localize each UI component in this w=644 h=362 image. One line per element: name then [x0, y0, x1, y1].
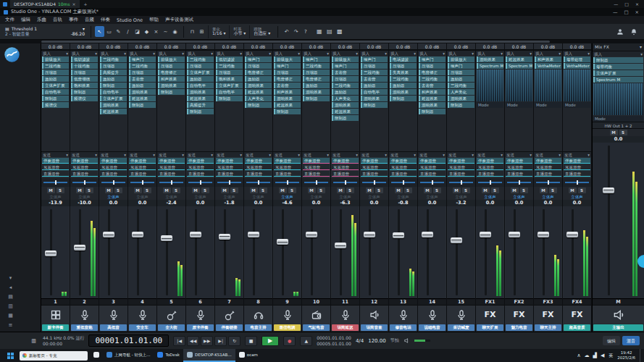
insert-slot[interactable]: 混响效果 — [100, 102, 127, 108]
channel-fader[interactable] — [506, 206, 532, 298]
insert-slot[interactable]: 压缩器 — [42, 70, 69, 75]
insert-slot[interactable]: 压缩器 — [303, 70, 330, 75]
channel-name-label[interactable]: 伴奏链接 — [216, 324, 243, 331]
cue-send-slot[interactable]: 直播混音 — [129, 171, 156, 177]
send-slot[interactable]: 伴奏混音 — [419, 158, 446, 164]
mixer-channel-strip[interactable]: 0.0 dB插入▾三段均衡压缩器立体声扩展激励器自动电平混响效果延迟效果高频提升… — [186, 43, 215, 332]
channel-fader[interactable] — [129, 206, 156, 298]
cue-send-slot[interactable]: 直播混音 — [71, 171, 98, 177]
pan-slider[interactable] — [128, 178, 156, 187]
cue-send-slot[interactable]: 直播混音 — [564, 171, 590, 177]
channel-fader[interactable] — [535, 206, 561, 298]
mute-button[interactable]: M — [482, 188, 490, 193]
tempo-value[interactable]: 120.00 — [368, 338, 386, 344]
loop-start-time[interactable]: 00001.01.01.00 — [317, 335, 351, 341]
toolbar-dropdown[interactable]: 量化1/16 ▾ — [208, 25, 229, 38]
sends-header[interactable]: 发送▾ — [360, 151, 388, 157]
toolbar-dropdown[interactable]: 时基小节 ▾ — [229, 25, 249, 38]
bend-tool[interactable]: ~ — [161, 26, 170, 37]
pan-slider[interactable] — [476, 178, 504, 187]
master-channel-icon[interactable] — [593, 305, 644, 324]
insert-slot[interactable]: 三段均衡 — [419, 76, 446, 82]
sends-header[interactable]: 发送▾ — [447, 151, 475, 157]
send-slot[interactable]: 伴奏混音 — [71, 158, 98, 164]
insert-slot[interactable]: 高频提升 — [100, 70, 127, 75]
pan-slider[interactable] — [563, 178, 591, 187]
insert-slot[interactable]: 延迟效果 — [187, 96, 214, 101]
channel-icon[interactable]: FX — [534, 305, 562, 324]
insert-slot[interactable]: 延迟效果 — [506, 56, 532, 62]
pan-handle[interactable] — [84, 180, 85, 185]
send-slot[interactable]: 伴奏混音 — [535, 158, 561, 164]
new-tab-button[interactable]: + — [84, 1, 88, 7]
insert-slot[interactable]: 压缩器 — [187, 63, 214, 69]
insert-slot[interactable]: 去齿音 — [129, 76, 156, 82]
pan-handle[interactable] — [461, 180, 462, 185]
mute-button[interactable]: M — [569, 188, 577, 193]
insert-slot[interactable]: 前级放大 — [158, 56, 185, 62]
cue-send-slot[interactable]: 耳返混音 — [390, 164, 417, 170]
insert-slot[interactable]: 激励器 — [390, 83, 417, 88]
channel-name-label[interactable]: 气缸电音 — [303, 324, 330, 331]
mixer-channel-strip[interactable]: 0.0 dB插入▾和声效果VethaMeterMode发送▾伴奏混音耳返混音直播… — [534, 43, 563, 332]
menu-item[interactable]: 声卡设备测试 — [165, 17, 193, 23]
send-slot[interactable]: 伴奏混音 — [129, 158, 156, 164]
insert-slot[interactable]: 限制器 — [100, 83, 127, 88]
insert-slot[interactable]: 限制器 — [245, 102, 272, 108]
stop-button[interactable]: ■ — [245, 336, 257, 346]
scrollbar-thumb[interactable] — [41, 41, 550, 43]
channel-name-label[interactable]: 聊天扩展 — [477, 324, 503, 331]
insert-slot[interactable]: 限制器 — [216, 96, 243, 101]
console-view-icon[interactable]: ▦ — [314, 26, 324, 37]
eraser-tool[interactable]: ◪ — [133, 26, 142, 37]
insert-slot[interactable]: 三段均衡 — [129, 63, 156, 69]
user-profile-icon[interactable] — [615, 26, 624, 37]
insert-slot[interactable]: 立体声扩展 — [216, 83, 243, 88]
cue-send-slot[interactable]: 耳返混音 — [158, 164, 185, 170]
insert-slot[interactable]: Spectrum M — [477, 63, 503, 69]
header-caret-icon[interactable]: ▾ — [559, 51, 561, 56]
insert-slot[interactable]: 自动电平 — [361, 89, 388, 95]
cue-send-slot[interactable]: 耳返混音 — [332, 164, 359, 170]
insert-slot[interactable]: 延迟效果 — [100, 109, 127, 114]
insert-slot[interactable]: 限制器 — [71, 89, 98, 95]
solo-button[interactable]: S — [143, 188, 151, 193]
header-caret-icon[interactable]: ▾ — [327, 152, 329, 157]
time-display[interactable]: 00001.01.01.00 — [88, 334, 169, 347]
cue-send-slot[interactable]: 耳返混音 — [564, 164, 590, 170]
cue-send-slot[interactable]: 直播混音 — [390, 171, 417, 177]
insert-slot[interactable]: 十段均衡 — [71, 63, 98, 69]
inserts-header[interactable]: 插入▾ — [534, 50, 562, 56]
header-caret-icon[interactable]: ▾ — [153, 152, 155, 157]
channel-gain-display[interactable]: 0.0 dB — [360, 43, 388, 50]
pan-handle[interactable] — [577, 180, 578, 185]
cue-send-slot[interactable]: 直播混音 — [448, 171, 474, 177]
insert-slot[interactable]: 激励器 — [42, 76, 69, 82]
mute-button[interactable]: M — [540, 188, 548, 193]
browser-view-icon[interactable]: ▩ — [335, 26, 344, 37]
insert-slot[interactable]: 压缩器 — [245, 63, 272, 69]
fader-cap[interactable] — [103, 232, 114, 237]
sends-header[interactable]: 发送▾ — [128, 151, 156, 157]
cue-send-slot[interactable]: 直播混音 — [187, 171, 214, 177]
channel-gain-display[interactable]: 0.0 dB — [215, 43, 243, 50]
solo-button[interactable]: S — [317, 188, 325, 193]
cue-send-slot[interactable]: 直播混音 — [477, 171, 503, 177]
mixer-channel-strip[interactable]: 0.0 dB插入▾噪声门压缩器三段均衡去齿音激励器自动电平混响效果限制器发送▾伴… — [360, 43, 389, 332]
sends-header[interactable]: 发送▾ — [389, 151, 417, 157]
todesk-button[interactable]: ToDesk — [154, 349, 183, 362]
inserts-header[interactable]: 插入▾ — [418, 50, 446, 56]
fader-cap[interactable] — [364, 232, 375, 237]
channel-name-label[interactable]: 高低音 — [100, 324, 127, 331]
header-caret-icon[interactable]: ▾ — [443, 51, 445, 56]
insert-slot[interactable]: 激励器 — [448, 76, 474, 82]
maximize-icon[interactable]: □ — [624, 1, 629, 7]
channel-name-label[interactable]: 全大街 — [158, 324, 185, 331]
fader-value[interactable]: -1.8 — [215, 200, 243, 206]
cue-send-slot[interactable]: 直播混音 — [216, 171, 243, 177]
header-caret-icon[interactable]: ▾ — [182, 152, 184, 157]
toolbar-dropdown[interactable]: 跟随自适应 ▾ — [249, 25, 274, 38]
insert-slot[interactable]: 激励器 — [361, 83, 388, 88]
channel-gain-display[interactable]: 0.0 dB — [534, 43, 562, 50]
pan-slider[interactable] — [70, 178, 99, 187]
